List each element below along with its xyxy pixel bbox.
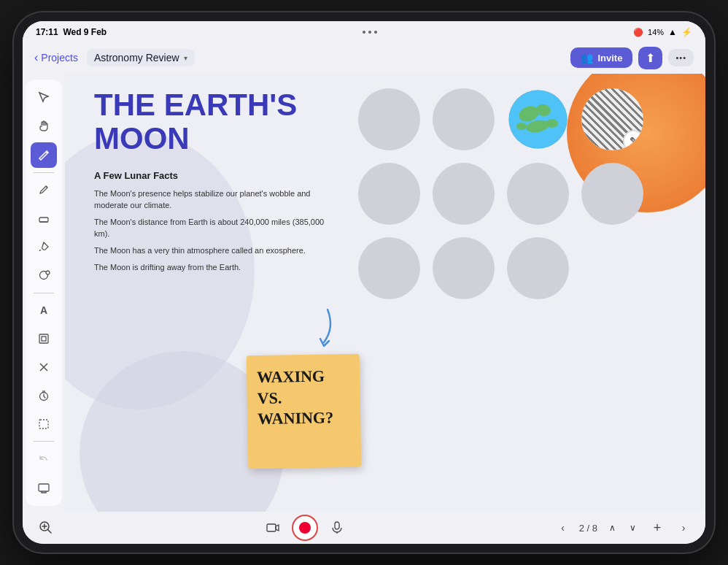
earth-circle: [507, 88, 569, 150]
undo-tool[interactable]: [31, 446, 57, 472]
svg-text:A: A: [40, 304, 47, 316]
nav-right: 👥 Invite ⬆ •••: [570, 47, 694, 69]
screen: 17:11 Wed 9 Feb 🔴 14% ▲ ⚡ ‹ Projects: [23, 21, 705, 544]
back-label: Projects: [41, 52, 78, 64]
moon-phase-8: [581, 163, 643, 225]
moon-phases-grid: ✎: [358, 88, 647, 303]
scroll-up-button[interactable]: ∧: [603, 519, 621, 537]
moon-phase-5: [358, 163, 420, 225]
moon-phase-striped: ✎: [581, 88, 643, 150]
moon-phase-6: [433, 163, 495, 225]
select-tool[interactable]: [31, 411, 57, 437]
invite-label: Invite: [597, 53, 622, 64]
fill-tool[interactable]: [31, 234, 57, 260]
bottom-center: [261, 516, 349, 539]
status-dot-1: [363, 31, 365, 34]
shape-tool[interactable]: [31, 263, 57, 288]
svg-rect-18: [335, 522, 339, 529]
share-icon: ⬆: [646, 51, 655, 65]
status-dot-3: [374, 31, 377, 34]
tool-divider-3: [34, 441, 54, 442]
chevron-left-icon: ‹: [34, 51, 38, 64]
delete-tool[interactable]: [31, 354, 57, 380]
invite-button[interactable]: 👥 Invite: [570, 47, 632, 68]
svg-rect-0: [39, 218, 48, 222]
record-dot: [299, 522, 311, 534]
page-indicator: 2 / 8: [579, 523, 597, 534]
svg-rect-4: [39, 334, 48, 343]
more-dots: •••: [675, 53, 686, 62]
share-button[interactable]: ⬆: [638, 47, 662, 69]
text-tool[interactable]: A: [31, 298, 57, 323]
top-nav: ‹ Projects Astronomy Review ▾ 👥 Invite ⬆…: [23, 42, 705, 74]
svg-rect-8: [39, 484, 49, 491]
sticky-note-text: WAXING VS. WANING?: [257, 366, 350, 430]
status-right: 🔴 14% ▲ ⚡: [633, 27, 692, 37]
battery-percent: 14%: [648, 28, 664, 36]
status-center: [363, 31, 377, 34]
frame-tool[interactable]: [31, 326, 57, 351]
toolbar: A: [26, 80, 62, 506]
back-button[interactable]: ‹ Projects: [34, 51, 78, 64]
screen-tool[interactable]: [31, 474, 57, 500]
svg-rect-5: [42, 337, 46, 341]
nav-arrows: ∧ ∨: [603, 519, 641, 537]
breadcrumb[interactable]: Astronomy Review ▾: [87, 49, 195, 66]
cursor-tool[interactable]: [31, 85, 57, 111]
mic-button[interactable]: [325, 516, 349, 539]
breadcrumb-label: Astronomy Review: [94, 52, 179, 64]
slide-fact-3: The Moon has a very thin atmosphere call…: [94, 245, 328, 256]
slide-fact-4: The Moon is drifting away from the Earth…: [94, 262, 328, 273]
status-dot-2: [368, 31, 371, 34]
zoom-button[interactable]: [34, 516, 58, 539]
tool-divider-1: [34, 172, 54, 173]
moon-phase-10: [433, 237, 495, 299]
pencil-tool[interactable]: [31, 177, 57, 203]
battery-icon: 🔴: [633, 28, 643, 37]
bottom-left: [34, 516, 58, 539]
svg-rect-7: [39, 420, 48, 428]
eraser-tool[interactable]: [31, 206, 57, 231]
tool-divider-2: [34, 293, 54, 293]
slide-subtitle: A Few Lunar Facts: [94, 170, 328, 181]
status-time: 17:11 Wed 9 Feb: [36, 27, 107, 37]
charge-icon: ⚡: [681, 27, 692, 37]
next-slide-button[interactable]: ›: [673, 518, 694, 538]
scroll-down-button[interactable]: ∨: [624, 519, 641, 537]
main-area: A: [23, 74, 705, 512]
bottom-right: ‹ 2 / 8 ∧ ∨ + ›: [553, 518, 694, 538]
moon-phase-1: [358, 88, 420, 150]
status-bar: 17:11 Wed 9 Feb 🔴 14% ▲ ⚡: [23, 21, 705, 42]
wifi-icon: ▲: [668, 27, 677, 37]
moon-phase-7: [507, 163, 569, 225]
slide-title: THE EARTH'S MOON: [94, 88, 328, 155]
timer-tool[interactable]: [31, 383, 57, 408]
device-frame: 17:11 Wed 9 Feb 🔴 14% ▲ ⚡ ‹ Projects: [14, 12, 714, 553]
svg-point-2: [46, 271, 50, 274]
record-button[interactable]: [293, 516, 317, 539]
slide-fact-2: The Moon's distance from Earth is about …: [94, 217, 328, 239]
svg-rect-17: [267, 524, 276, 531]
pen-tool[interactable]: [31, 142, 57, 168]
svg-point-14: [546, 119, 558, 128]
moon-phase-2: [433, 88, 495, 150]
slide-text-area: THE EARTH'S MOON A Few Lunar Facts The M…: [94, 88, 328, 280]
more-button[interactable]: •••: [668, 49, 694, 66]
moon-phase-9: [358, 237, 420, 299]
slide-fact-1: The Moon's presence helps stabilize our …: [94, 188, 328, 211]
bottom-bar: ‹ 2 / 8 ∧ ∨ + ›: [23, 512, 705, 544]
prev-slide-button[interactable]: ‹: [553, 518, 573, 538]
arrow-annotation: [313, 306, 342, 353]
invite-icon: 👥: [581, 52, 593, 64]
moon-phase-11: [507, 237, 569, 299]
chevron-down-icon: ▾: [184, 54, 187, 62]
hand-tool[interactable]: [31, 114, 57, 139]
sticky-note[interactable]: WAXING VS. WANING?: [247, 354, 362, 469]
slide-canvas[interactable]: THE EARTH'S MOON A Few Lunar Facts The M…: [65, 74, 705, 512]
add-slide-button[interactable]: +: [647, 518, 667, 538]
camera-button[interactable]: [261, 516, 284, 539]
svg-point-13: [516, 123, 527, 130]
